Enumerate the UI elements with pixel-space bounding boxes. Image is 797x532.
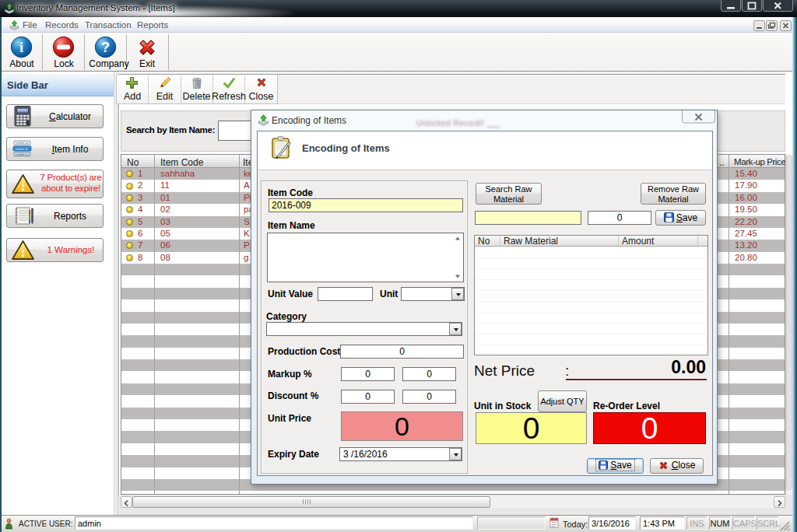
svg-text:i: i <box>19 40 23 55</box>
svg-text:ITEM A: ITEM A <box>16 142 28 145</box>
svg-text:?: ? <box>101 40 110 55</box>
svg-text:ITEM B: ITEM B <box>16 148 28 151</box>
svg-text:ITEM C: ITEM C <box>16 153 28 156</box>
